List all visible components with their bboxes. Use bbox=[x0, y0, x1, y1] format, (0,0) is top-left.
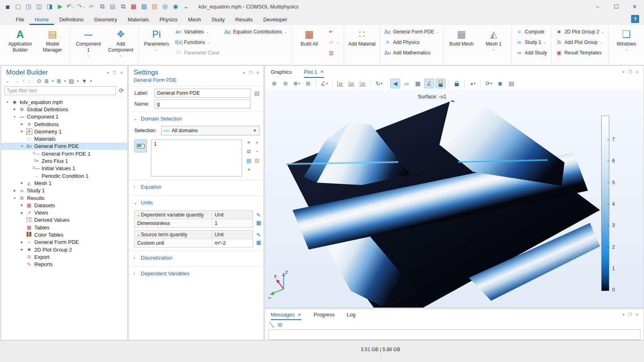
close-button[interactable]: ✕ bbox=[625, 0, 644, 13]
table-cell[interactable]: Dimensionless bbox=[135, 219, 212, 227]
redo-icon[interactable]: ↷⌄ bbox=[76, 1, 86, 12]
tree-item-tables[interactable]: ▦Tables bbox=[1, 224, 127, 231]
tree-item-component-1[interactable]: ▼—Component 1 bbox=[1, 113, 127, 121]
tree-expander[interactable]: ▼ bbox=[4, 101, 10, 104]
clear-selection-icon[interactable]: ▨ bbox=[255, 157, 259, 163]
grouping-icon[interactable]: ▤ bbox=[69, 78, 74, 84]
default-view-icon[interactable]: ∠▾ bbox=[319, 79, 329, 88]
add-to-selection-icon[interactable]: + bbox=[255, 139, 259, 146]
new-file-icon[interactable]: ▢ bbox=[13, 1, 23, 12]
view-yz-icon[interactable]: yz bbox=[347, 79, 357, 88]
tree-expander[interactable]: ▶ bbox=[19, 123, 25, 126]
collapse-icon[interactable]: ≣ bbox=[56, 78, 61, 84]
graphics-tab-graphics[interactable]: Graphics bbox=[271, 66, 292, 78]
tree-item-global-definitions[interactable]: ▶⊕Global Definitions bbox=[1, 106, 127, 113]
float-panel-icon[interactable]: ❒ bbox=[628, 70, 632, 74]
tree-filter-input[interactable] bbox=[4, 86, 116, 95]
section-domain-selection[interactable]: ⌄Domain Selection bbox=[129, 112, 263, 124]
ribbon-item-add-plot-group[interactable]: ⧉Add Plot Group⌄ bbox=[555, 37, 605, 47]
tree-item-geometry-1[interactable]: ▶AGeometry 1 bbox=[1, 128, 127, 135]
save-icon[interactable]: ◫ bbox=[34, 1, 44, 12]
pin-panel-icon[interactable]: ✛ bbox=[636, 312, 639, 317]
rotate-icon[interactable]: ↻▾ bbox=[374, 79, 384, 88]
clear-messages-icon[interactable]: ╲ bbox=[270, 321, 274, 328]
selection-dropdown[interactable]: — All domains ▼ bbox=[161, 126, 259, 135]
select-icon[interactable]: ▧ bbox=[139, 1, 149, 12]
ribbon-item-build-mesh[interactable]: ▦Build Mesh bbox=[447, 27, 476, 47]
close-tab-icon[interactable]: ✕ bbox=[320, 69, 324, 75]
view-xy-icon[interactable]: xy bbox=[335, 79, 345, 88]
orientation-icon[interactable]: ∠ bbox=[424, 79, 434, 88]
move-up-icon[interactable]: ↑ bbox=[22, 78, 25, 84]
section-dependent-variables[interactable]: ›Dependent Variables bbox=[129, 266, 263, 279]
find-icon[interactable]: ◎ bbox=[160, 1, 170, 12]
edit-unit-icon[interactable]: ✎ bbox=[256, 232, 261, 238]
menu-tab-file[interactable]: File bbox=[10, 13, 29, 25]
ribbon-item-application-builder[interactable]: AApplication Builder bbox=[6, 27, 35, 53]
paste-icon[interactable]: ▤ bbox=[107, 1, 118, 12]
float-panel-icon[interactable]: ❒ bbox=[628, 312, 632, 317]
tree-expander[interactable]: ▼ bbox=[19, 145, 25, 148]
copy-selection-icon[interactable]: ⧉ bbox=[246, 148, 251, 155]
ribbon-item-partition-icon[interactable]: ▥ bbox=[327, 48, 341, 58]
message-table-icon[interactable]: ✉ bbox=[277, 322, 282, 328]
table-cell[interactable]: 1 bbox=[212, 219, 253, 227]
snapshot-icon[interactable]: ◙ bbox=[495, 79, 505, 88]
ribbon-item-build-all[interactable]: ▦Build All bbox=[295, 27, 324, 47]
cut-icon[interactable]: ✂ bbox=[86, 1, 97, 12]
preview-icon[interactable]: ◉ bbox=[170, 1, 181, 12]
tree-item-views[interactable]: ▶↗Views bbox=[1, 209, 127, 216]
scene-light-icon[interactable]: ◀ bbox=[390, 79, 400, 88]
menu-tab-geometry[interactable]: Geometry bbox=[89, 13, 122, 25]
menu-tab-mesh[interactable]: Mesh bbox=[183, 13, 206, 25]
ribbon-item-add-material[interactable]: ∷Add Material bbox=[347, 27, 376, 47]
ribbon-item-2d-plot-group-2[interactable]: ■2D Plot Group 2⌄ bbox=[555, 27, 605, 37]
ribbon-item-compute[interactable]: =Compute bbox=[515, 27, 548, 37]
close-tab-icon[interactable]: ✕ bbox=[297, 312, 301, 318]
messages-tab-log[interactable]: Log bbox=[347, 309, 355, 320]
tree-item-derived-values[interactable]: 8.85e-12Derived Values bbox=[1, 216, 127, 224]
duplicate-icon[interactable]: ⧉ bbox=[118, 1, 128, 12]
pin-panel-icon[interactable]: ✛ bbox=[120, 71, 123, 75]
menu-tab-study[interactable]: Study bbox=[206, 13, 230, 25]
tree-item-periodic-condition-1[interactable]: →Periodic Condition 1 bbox=[1, 172, 127, 179]
zoom-box-icon[interactable]: ⊕▾ bbox=[292, 79, 302, 88]
legend-icon[interactable] bbox=[435, 79, 445, 88]
show-icon[interactable]: ⊙ bbox=[37, 78, 42, 84]
ribbon-item-equation-contributions[interactable]: ΔuEquation Contributions⌄ bbox=[223, 27, 288, 37]
app-logo-icon[interactable]: ◙ bbox=[2, 1, 13, 12]
section-discretization[interactable]: ›Discretization bbox=[129, 251, 263, 263]
tree-item-general-form-pde-1[interactable]: ᴰ—General Form PDE 1 bbox=[1, 150, 127, 157]
tree-expander[interactable]: ▼ bbox=[12, 197, 18, 200]
remove-from-selection-icon[interactable]: − bbox=[255, 148, 259, 154]
update-icon[interactable]: ⟳▾ bbox=[484, 79, 494, 88]
tree-item-general-form-pde[interactable]: ▼ΔuGeneral Form PDE bbox=[1, 143, 127, 150]
tree-expander[interactable]: ▶ bbox=[19, 248, 25, 251]
refresh-icon[interactable]: ⟳ bbox=[119, 87, 124, 94]
menu-tab-results[interactable]: Results bbox=[230, 13, 258, 25]
forward-icon[interactable]: → bbox=[14, 78, 19, 84]
pin-panel-icon[interactable]: ✛ bbox=[636, 70, 639, 74]
zoom-to-selection-icon[interactable]: ⌖ bbox=[246, 166, 251, 173]
move-down-icon[interactable]: ↓ bbox=[28, 78, 31, 84]
tree-expander[interactable]: ▶ bbox=[12, 189, 18, 192]
float-panel-icon[interactable]: ❒ bbox=[113, 71, 116, 75]
sort-icon[interactable]: » bbox=[137, 214, 139, 218]
create-selection-icon[interactable]: ⚭ bbox=[246, 139, 251, 146]
menu-tab-physics[interactable]: Physics bbox=[154, 13, 183, 25]
tree-item-2d-plot-group-2[interactable]: ▶■2D Plot Group 2 bbox=[1, 246, 127, 253]
ribbon-item-add-study[interactable]: ∞Add Study bbox=[515, 48, 548, 58]
run-icon[interactable]: ▶ bbox=[55, 1, 65, 12]
zoom-extents-icon[interactable]: ⊞ bbox=[303, 79, 313, 88]
tree-item-color-tables[interactable]: Color Tables bbox=[1, 231, 127, 238]
zoom-out-icon[interactable]: ⊖ bbox=[280, 79, 291, 88]
unit-table-icon[interactable]: ▦ bbox=[256, 220, 261, 226]
open-file-icon[interactable]: ◳ bbox=[23, 1, 34, 12]
paste-selection-icon[interactable]: ▤ bbox=[246, 158, 251, 164]
tree-expander[interactable]: ▶ bbox=[19, 130, 25, 133]
tree-item-datasets[interactable]: ▶▦Datasets bbox=[1, 202, 127, 209]
appearance-icon[interactable]: ◕▾ bbox=[468, 79, 478, 88]
tree-item-zero-flux-1[interactable]: ᴰ•Zero Flux 1 bbox=[1, 157, 127, 164]
ribbon-item-mesh-1[interactable]: ◭Mesh 1⌄ bbox=[479, 27, 508, 52]
unit-cell-editable[interactable]: m^-2 bbox=[212, 239, 253, 247]
